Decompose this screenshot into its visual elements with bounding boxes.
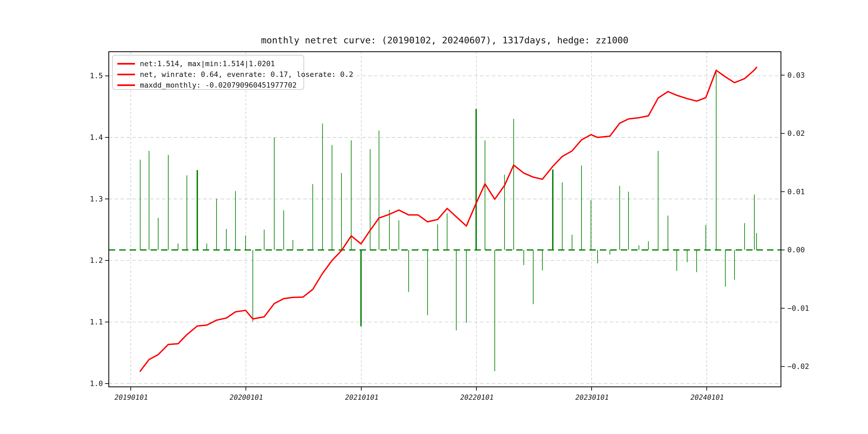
x-tick-label: 20190101 [114,393,148,401]
x-tick-label: 20230101 [575,393,610,401]
right-tick-label: 0.01 [787,188,805,196]
left-tick-label: 1.3 [90,195,103,203]
legend-item-maxdd: maxdd_monthly: -0.020790960451977702 [140,81,297,90]
right-tick-label: −0.01 [787,304,809,312]
x-tick-label: 20240101 [689,393,724,401]
right-tick-label: 0.03 [787,71,805,79]
x-tick-label: 20200101 [229,393,264,401]
legend-item-winrate: net, winrate: 0.64, evenrate: 0.17, lose… [140,70,353,79]
left-tick-label: 1.5 [90,71,103,80]
x-tick-label: 20220101 [460,393,494,401]
left-tick-label: 1.2 [90,256,103,265]
netret-chart-canvas: 1.01.11.21.31.41.52019010120200101202101… [0,0,868,434]
right-tick-label: 0.02 [787,129,805,137]
chart-title: monthly netret curve: (20190102, 2024060… [261,35,628,45]
right-tick-label: 0.00 [787,246,805,254]
left-tick-label: 1.1 [90,318,103,326]
left-tick-label: 1.4 [90,133,103,142]
left-tick-label: 1.0 [90,379,103,388]
x-tick-label: 20210101 [344,393,379,401]
right-tick-label: −0.02 [787,362,809,371]
legend-item-net: net:1.514, max|min:1.514|1.0201 [140,60,275,68]
